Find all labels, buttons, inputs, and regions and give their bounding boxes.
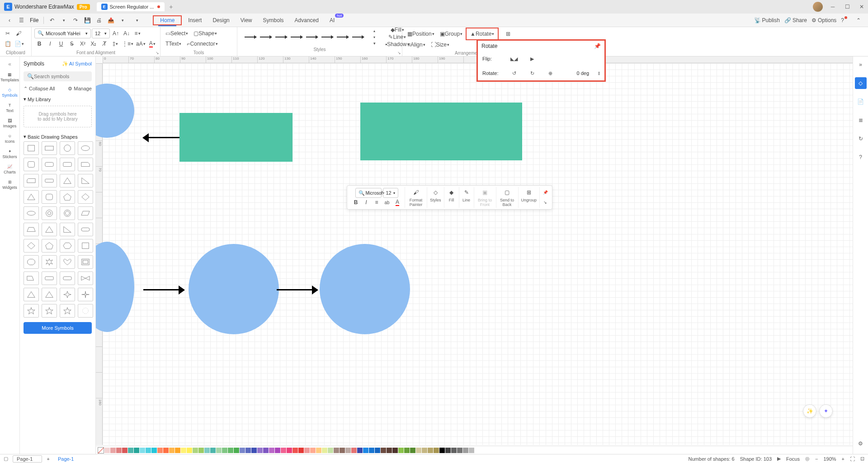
options-button[interactable]: ⚙ Options <box>811 17 836 23</box>
print-button[interactable]: 🖨 <box>94 15 104 25</box>
ft-format-painter[interactable]: 🖌 <box>411 188 420 197</box>
canvas[interactable]: 🔍Microsof▾ 12▾ B I ≡ ab A 🖌Format Painte… <box>103 63 853 445</box>
document-tab[interactable]: E Screen Regulator ... <box>97 2 165 11</box>
ft-expand[interactable]: ↘ <box>541 198 550 207</box>
shape-roundrect[interactable] <box>42 158 57 171</box>
color-swatch[interactable] <box>298 448 304 453</box>
color-swatch[interactable] <box>251 448 257 453</box>
tab-view[interactable]: View <box>235 15 258 26</box>
color-swatch[interactable] <box>416 448 421 453</box>
size-dropdown[interactable]: ⛶ Size▾ <box>429 40 452 50</box>
tab-design[interactable]: Design <box>207 15 235 26</box>
shape-square[interactable] <box>24 141 39 155</box>
rn-page[interactable]: 📄 <box>855 96 867 108</box>
align-button[interactable]: ≡▾ <box>132 28 142 38</box>
manage-button[interactable]: ⚙ Manage <box>68 86 92 92</box>
shape-righttri2[interactable] <box>60 223 75 236</box>
underline-button[interactable]: U <box>56 39 66 49</box>
shape-hexsnip[interactable] <box>24 174 39 187</box>
line-spacing-button[interactable]: ‡▾ <box>110 39 120 49</box>
ft-size-select[interactable]: 12▾ <box>383 188 398 198</box>
shape-roundsq[interactable] <box>24 158 39 171</box>
shape-gear[interactable] <box>78 304 93 318</box>
ai-symbol-button[interactable]: ✨AI Symbol <box>62 61 92 67</box>
rotate-right-button[interactable]: ↻ <box>528 69 537 78</box>
color-swatch[interactable] <box>445 448 451 453</box>
nav-stickers[interactable]: ✦Stickers <box>0 146 20 162</box>
color-swatch[interactable] <box>140 448 145 453</box>
shape-snip[interactable] <box>78 158 93 171</box>
color-swatch[interactable] <box>322 448 327 453</box>
shape-square2[interactable] <box>78 239 93 253</box>
pin-icon[interactable]: 📌 <box>594 43 601 49</box>
ft-ungroup[interactable]: ⊞ <box>524 188 533 197</box>
shape-triangle2[interactable] <box>24 190 39 204</box>
increase-font-button[interactable]: A↑ <box>111 28 121 38</box>
color-swatch[interactable] <box>463 448 468 453</box>
shape-heart[interactable] <box>60 255 75 269</box>
collapse-left-nav[interactable]: « <box>0 59 19 70</box>
ft-bold[interactable]: B <box>351 198 360 207</box>
share-button[interactable]: 🔗 Share <box>784 17 807 23</box>
export-button[interactable]: 📤 <box>106 15 116 25</box>
ai-sparkle-button[interactable]: ✦ <box>819 404 833 418</box>
nav-images[interactable]: 🖼Images <box>0 116 20 131</box>
font-color-button[interactable]: A▾ <box>147 39 157 49</box>
case-button[interactable]: aA▾ <box>135 39 146 49</box>
shape-triangle[interactable] <box>60 174 75 187</box>
color-swatch[interactable] <box>193 448 198 453</box>
tab-advanced[interactable]: Advanced <box>289 15 324 26</box>
flip-vertical-button[interactable]: ▶ <box>528 54 537 63</box>
color-swatch[interactable] <box>381 448 386 453</box>
color-swatch[interactable] <box>204 448 210 453</box>
color-swatch[interactable] <box>163 448 169 453</box>
redo-button[interactable]: ↷ <box>71 15 80 25</box>
no-fill-swatch[interactable] <box>98 447 104 454</box>
cut-button[interactable]: ✂ <box>3 28 13 38</box>
tab-symbols[interactable]: Symbols <box>258 15 289 26</box>
rn-format[interactable]: ◇ <box>855 77 867 89</box>
color-swatch[interactable] <box>122 448 127 453</box>
color-swatch[interactable] <box>387 448 392 453</box>
styles-expand[interactable]: ↘ <box>397 51 401 55</box>
minimize-button[interactable]: ─ <box>828 2 837 11</box>
select-tool[interactable]: ▭ Select▾ <box>163 28 190 38</box>
color-swatch[interactable] <box>475 448 480 453</box>
color-swatch[interactable] <box>310 448 316 453</box>
shape-donut2[interactable] <box>60 206 75 220</box>
color-swatch[interactable] <box>434 448 439 453</box>
fullscreen-button[interactable]: ⊡ <box>860 456 864 462</box>
shape-star4[interactable] <box>60 288 75 301</box>
rn-collapse[interactable]: » <box>855 59 867 70</box>
pages-button[interactable]: ▢ <box>4 456 8 462</box>
color-swatch[interactable] <box>439 448 445 453</box>
styles-more[interactable]: ▾ <box>369 41 379 47</box>
color-swatch[interactable] <box>457 448 462 453</box>
color-swatch[interactable] <box>116 448 122 453</box>
close-button[interactable]: ✕ <box>857 2 866 11</box>
color-swatch[interactable] <box>222 448 227 453</box>
help-button[interactable]: ? <box>841 17 848 23</box>
zoom-in-button[interactable]: + <box>842 456 844 462</box>
my-library-header[interactable]: ▾ My Library <box>24 94 92 104</box>
color-swatch[interactable] <box>216 448 222 453</box>
distribute-button[interactable]: ⊞ <box>503 29 513 39</box>
color-swatch[interactable] <box>175 448 180 453</box>
menu-icon[interactable]: ☰ <box>16 15 26 25</box>
shape-trapezoid[interactable] <box>24 223 39 236</box>
color-swatch[interactable] <box>269 448 274 453</box>
color-swatch[interactable] <box>363 448 368 453</box>
color-swatch[interactable] <box>169 448 175 453</box>
color-swatch[interactable] <box>110 448 116 453</box>
shape-ellipse2[interactable] <box>24 206 39 220</box>
nav-charts[interactable]: 📈Charts <box>0 162 20 177</box>
shape-burst[interactable] <box>42 255 57 269</box>
color-swatch[interactable] <box>398 448 404 453</box>
canvas-circle-3[interactable] <box>189 244 279 334</box>
nav-symbols[interactable]: ◇Symbols <box>0 85 20 100</box>
strikethrough-button[interactable]: S̶ <box>67 39 77 49</box>
align-dropdown[interactable]: ≡ Align▾ <box>405 40 428 50</box>
group-button[interactable]: ▣ Group▾ <box>438 29 465 39</box>
shape-circle[interactable] <box>60 141 75 155</box>
color-swatch[interactable] <box>234 448 239 453</box>
